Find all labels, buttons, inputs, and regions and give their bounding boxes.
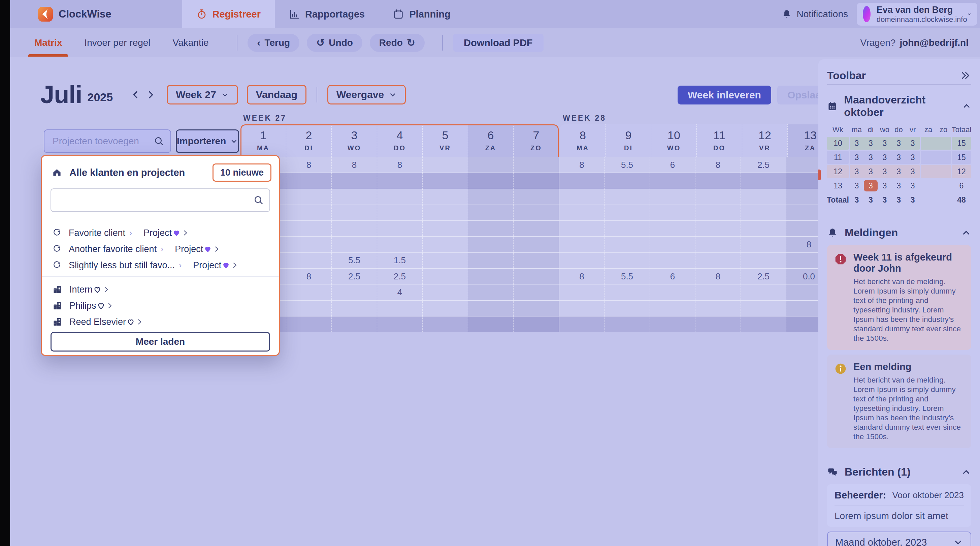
- time-cell[interactable]: [286, 253, 331, 268]
- time-cell[interactable]: 5.5: [604, 157, 650, 172]
- heart-filled-icon[interactable]: [172, 228, 181, 238]
- tab-invoer-per-regel[interactable]: Invoer per regel: [80, 28, 154, 57]
- time-cell[interactable]: [286, 236, 331, 252]
- time-cell[interactable]: [695, 189, 741, 204]
- tab-matrix[interactable]: Matrix: [30, 28, 66, 57]
- view-selector[interactable]: Weergave: [327, 85, 406, 104]
- time-cell[interactable]: [604, 316, 650, 332]
- time-cell[interactable]: 2.5: [331, 268, 377, 284]
- time-cell[interactable]: [741, 221, 786, 236]
- time-cell[interactable]: [422, 189, 468, 204]
- time-cell[interactable]: [468, 189, 513, 204]
- time-cell[interactable]: [695, 205, 741, 220]
- time-cell[interactable]: [559, 236, 604, 252]
- time-cell[interactable]: 8: [695, 268, 741, 284]
- time-cell[interactable]: 8: [559, 157, 604, 172]
- client-item[interactable]: Reed Elsevier: [42, 314, 279, 330]
- time-cell[interactable]: [286, 301, 331, 316]
- time-cell[interactable]: [741, 253, 786, 268]
- time-cell[interactable]: [422, 157, 468, 172]
- message-month-select[interactable]: Maand oktober, 2023: [827, 532, 971, 546]
- time-cell[interactable]: 4: [377, 284, 422, 300]
- tab-rapportages[interactable]: Rapportages: [275, 0, 379, 28]
- time-cell[interactable]: [650, 284, 695, 300]
- chevron-up-icon[interactable]: [961, 467, 971, 477]
- time-cell[interactable]: 8: [695, 157, 741, 172]
- time-cell[interactable]: [377, 221, 422, 236]
- download-pdf-button[interactable]: Download PDF: [453, 34, 544, 52]
- time-cell[interactable]: [377, 316, 422, 332]
- time-cell[interactable]: [559, 316, 604, 332]
- time-cell[interactable]: 5.5: [331, 253, 377, 268]
- chevron-up-icon[interactable]: [961, 228, 971, 238]
- time-cell[interactable]: [331, 284, 377, 300]
- time-cell[interactable]: [741, 173, 786, 188]
- time-cell[interactable]: [695, 221, 741, 236]
- time-cell[interactable]: [650, 301, 695, 316]
- time-cell[interactable]: [422, 173, 468, 188]
- time-cell[interactable]: 2.5: [741, 157, 786, 172]
- time-cell[interactable]: [786, 221, 818, 236]
- time-cell[interactable]: [695, 301, 741, 316]
- time-cell[interactable]: [741, 301, 786, 316]
- time-cell[interactable]: [604, 173, 650, 188]
- chevron-right-icon[interactable]: [102, 286, 110, 294]
- time-cell[interactable]: [468, 173, 513, 188]
- time-cell[interactable]: [468, 284, 513, 300]
- time-cell[interactable]: [786, 284, 818, 300]
- time-cell[interactable]: 8: [286, 157, 331, 172]
- time-cell[interactable]: [468, 236, 513, 252]
- time-cell[interactable]: [741, 236, 786, 252]
- favorite-project-item[interactable]: Another favorite client›Project: [42, 241, 279, 257]
- time-cell[interactable]: [422, 284, 468, 300]
- time-cell[interactable]: [422, 205, 468, 220]
- time-cell[interactable]: [650, 173, 695, 188]
- time-cell[interactable]: 5.5: [604, 268, 650, 284]
- time-cell[interactable]: 8: [786, 236, 818, 252]
- time-cell[interactable]: [286, 316, 331, 332]
- time-cell[interactable]: 8: [559, 268, 604, 284]
- time-cell[interactable]: [786, 316, 818, 332]
- time-cell[interactable]: [650, 189, 695, 204]
- time-cell[interactable]: [468, 301, 513, 316]
- time-cell[interactable]: 6: [650, 268, 695, 284]
- time-cell[interactable]: [513, 236, 559, 252]
- time-cell[interactable]: [468, 253, 513, 268]
- time-cell[interactable]: [331, 173, 377, 188]
- next-week-button[interactable]: [143, 87, 158, 102]
- back-button[interactable]: ‹ Terug: [248, 34, 299, 52]
- undo-button[interactable]: ↺ Undo: [307, 34, 363, 52]
- home-icon[interactable]: [52, 168, 62, 177]
- panel-search-input[interactable]: [51, 188, 270, 212]
- time-cell[interactable]: [513, 189, 559, 204]
- time-cell[interactable]: [513, 221, 559, 236]
- client-item[interactable]: Intern: [42, 281, 279, 298]
- time-cell[interactable]: [604, 189, 650, 204]
- time-cell[interactable]: [513, 316, 559, 332]
- time-cell[interactable]: [513, 301, 559, 316]
- add-project-input[interactable]: [44, 129, 171, 153]
- submit-week-button[interactable]: Week inleveren: [678, 86, 771, 104]
- time-cell[interactable]: [286, 189, 331, 204]
- favorite-project-item[interactable]: Favorite client›Project: [42, 225, 279, 241]
- time-cell[interactable]: [650, 253, 695, 268]
- time-cell[interactable]: 1.5: [377, 253, 422, 268]
- help-email-link[interactable]: john@bedrijf.nl: [899, 37, 969, 48]
- chevron-right-icon[interactable]: [231, 261, 239, 269]
- time-cell[interactable]: [695, 236, 741, 252]
- time-cell[interactable]: 8: [331, 157, 377, 172]
- time-cell[interactable]: [468, 316, 513, 332]
- time-cell[interactable]: [422, 221, 468, 236]
- notification-card-info[interactable]: Een melding Het bericht van de melding. …: [827, 354, 971, 448]
- time-cell[interactable]: [377, 189, 422, 204]
- heart-filled-icon[interactable]: [203, 244, 213, 254]
- chevron-right-icon[interactable]: [181, 229, 189, 237]
- time-cell[interactable]: [422, 301, 468, 316]
- time-cell[interactable]: [513, 205, 559, 220]
- time-cell[interactable]: [422, 268, 468, 284]
- time-cell[interactable]: [422, 316, 468, 332]
- time-cell[interactable]: [741, 284, 786, 300]
- time-cell[interactable]: [513, 253, 559, 268]
- time-cell[interactable]: [786, 189, 818, 204]
- time-cell[interactable]: [331, 205, 377, 220]
